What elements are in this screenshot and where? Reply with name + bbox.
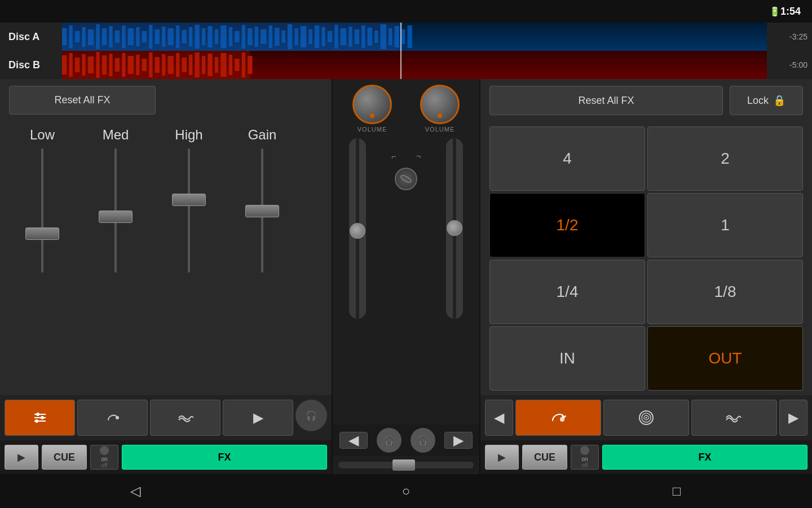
eq-med-slider[interactable] (114, 148, 117, 273)
beat-cell-in[interactable]: IN (489, 326, 645, 391)
right-forward-button[interactable]: ▶ (779, 400, 807, 436)
left-headphone-button[interactable]: 🎧 (295, 400, 327, 431)
eq-channel-high: High (158, 127, 220, 273)
svg-rect-53 (62, 23, 403, 51)
left-fader-thumb[interactable] (350, 223, 365, 239)
crossfader-thumb[interactable] (392, 459, 415, 471)
waveform-area: Disc A Disc B (0, 23, 812, 79)
crossfader-track[interactable] (338, 462, 474, 468)
center-headphone-left[interactable]: 🎧 (377, 428, 401, 453)
right-volume-knob-container: VOLUME (420, 85, 460, 133)
eq-channel-low: Low (11, 127, 73, 273)
eq-high-slider[interactable] (188, 148, 190, 273)
right-volume-knob[interactable] (420, 85, 460, 124)
fx-waves-button[interactable] (150, 400, 220, 436)
time-marker-b: -5:00 (767, 51, 812, 79)
time-marker-a: -3:25 (767, 23, 812, 51)
nav-back-button[interactable]: ◁ (118, 480, 152, 502)
playhead-a (400, 23, 401, 51)
beat-cell-half[interactable]: 1/2 (489, 193, 645, 257)
left-volume-label: VOLUME (358, 126, 387, 133)
left-panel: Reset All FX Low Med High (0, 79, 333, 474)
scratch-wheel[interactable] (395, 168, 417, 190)
left-cue-row: ▶ CUE on off FX (0, 440, 332, 474)
beat-grid: 4 2 1/2 1 1/4 1/8 IN OUT (480, 122, 812, 395)
left-transport-row: ▶ 🎧 (0, 395, 332, 440)
eq-high-thumb[interactable] (172, 194, 206, 206)
bracket-right-icon[interactable]: ¬ (412, 150, 425, 163)
left-onoff-toggle[interactable]: on off (90, 445, 118, 470)
waveform-track-a[interactable] (62, 23, 767, 51)
left-play-small-button[interactable]: ▶ (5, 445, 38, 470)
volume-knobs: VOLUME VOLUME (333, 79, 479, 138)
svg-point-87 (36, 413, 39, 416)
right-fx-waves-button[interactable] (691, 400, 777, 436)
right-fx-button[interactable]: FX (602, 445, 807, 470)
nav-bar: ◁ ○ □ (0, 474, 812, 508)
right-panel: Reset All FX Lock 🔒 4 2 1/2 1 1/4 (479, 79, 812, 474)
beat-cell-2[interactable]: 2 (647, 126, 803, 191)
left-reset-bar: Reset All FX (0, 79, 332, 121)
right-target-button[interactable] (603, 400, 689, 436)
right-cue-row: ▶ CUE on off FX (480, 440, 812, 474)
eq-area: Low Med High Gain (0, 121, 332, 395)
beat-cell-quarter[interactable]: 1/4 (489, 260, 645, 324)
right-onoff-toggle[interactable]: on off (571, 445, 599, 470)
track-b-label: Disc B (0, 51, 62, 79)
waveform-track-b[interactable] (62, 51, 767, 79)
eq-med-label: Med (103, 127, 129, 143)
right-toggle-indicator (580, 446, 589, 455)
playhead-b (400, 51, 401, 79)
eq-low-thumb[interactable] (25, 227, 59, 240)
svg-point-89 (35, 419, 38, 423)
right-loop-button[interactable] (515, 400, 601, 436)
on-label: on (101, 456, 107, 462)
beat-cell-eighth[interactable]: 1/8 (647, 260, 803, 324)
svg-rect-52 (408, 25, 412, 48)
center-headphone-right[interactable]: 🎧 (411, 428, 435, 453)
beat-cell-4[interactable]: 4 (489, 126, 645, 191)
faders-area: ⌐ ¬ (333, 138, 479, 424)
lock-button[interactable]: Lock 🔒 (730, 86, 803, 115)
right-volume-label: VOLUME (425, 126, 454, 133)
beat-cell-out[interactable]: OUT (647, 326, 803, 391)
left-channel-fader[interactable] (349, 138, 366, 319)
eq-button[interactable] (5, 400, 75, 436)
small-icons-row: ⌐ ¬ (387, 150, 425, 163)
right-cue-button[interactable]: CUE (522, 445, 567, 470)
center-controls: ⌐ ¬ (387, 138, 425, 424)
loop-button[interactable] (77, 400, 148, 436)
crossfader-area (333, 456, 479, 474)
svg-point-88 (41, 416, 44, 419)
svg-rect-83 (62, 51, 250, 79)
lock-label: Lock (747, 95, 769, 107)
waveform-container[interactable] (62, 23, 767, 79)
eq-gain-slider[interactable] (261, 148, 263, 273)
eq-low-slider[interactable] (41, 148, 43, 273)
beat-cell-1[interactable]: 1 (647, 193, 803, 257)
left-play-button[interactable]: ▶ (223, 400, 293, 436)
right-off-label: off (582, 462, 588, 468)
nav-recents-button[interactable]: □ (660, 480, 694, 502)
right-channel-fader[interactable] (446, 138, 463, 319)
left-cue-button[interactable]: CUE (42, 445, 87, 470)
right-on-label: on (581, 456, 588, 462)
eq-channel-gain: Gain (231, 127, 293, 273)
svg-point-91 (400, 174, 412, 184)
center-forward-button[interactable]: ▶ (444, 432, 473, 449)
toggle-indicator (100, 446, 109, 455)
right-back-button[interactable]: ◀ (485, 400, 513, 436)
left-volume-knob[interactable] (352, 85, 392, 124)
right-fader-thumb[interactable] (447, 220, 462, 236)
bracket-left-icon[interactable]: ⌐ (387, 150, 400, 163)
right-transport-row: ◀ ▶ (480, 395, 812, 440)
eq-gain-thumb[interactable] (245, 205, 279, 217)
left-fx-button[interactable]: FX (122, 445, 327, 470)
right-top-bar: Reset All FX Lock 🔒 (480, 79, 812, 122)
center-back-button[interactable]: ◀ (339, 432, 368, 449)
right-play-small-button[interactable]: ▶ (485, 445, 519, 470)
eq-med-thumb[interactable] (99, 211, 133, 223)
left-reset-fx-button[interactable]: Reset All FX (9, 86, 156, 115)
right-reset-fx-button[interactable]: Reset All FX (489, 86, 723, 115)
nav-home-button[interactable]: ○ (389, 480, 423, 502)
